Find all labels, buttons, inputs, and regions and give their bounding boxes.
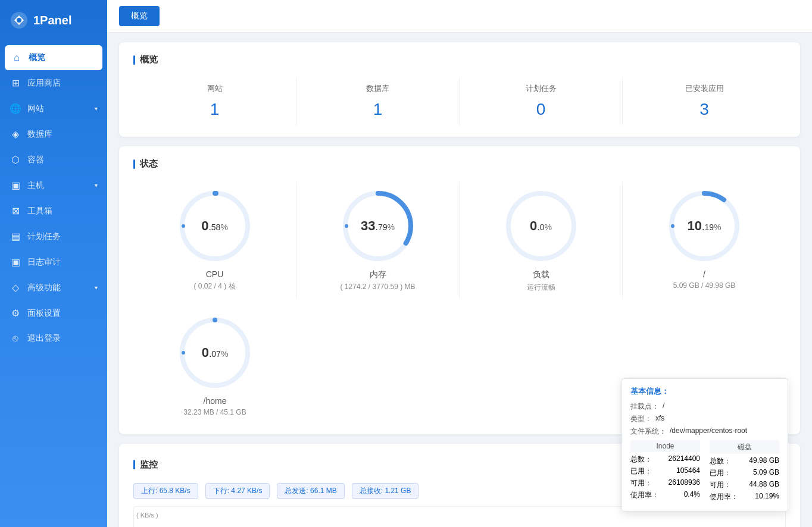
website-icon: 🌐 (10, 103, 21, 114)
tooltip-type: 类型： xfs (630, 414, 779, 424)
gauge-load-container: 0.0% (502, 187, 580, 265)
tooltip-type-value: xfs (655, 414, 664, 422)
container-icon: ⬡ (10, 154, 21, 165)
gauge-cpu: 0.58% CPU ( 0.02 / 4 ) 核 (133, 181, 296, 299)
content-area: 概览 网站 1 数据库 1 计划任务 0 已安装应用 3 (107, 33, 812, 527)
overview-stats: 网站 1 数据库 1 计划任务 0 已安装应用 3 (133, 77, 786, 125)
disk-avail: 可用： 44.88 GB (710, 480, 779, 490)
logaudit-icon: ▣ (10, 256, 21, 268)
sidebar-item-logaudit[interactable]: ▣ 日志审计 (0, 249, 107, 275)
sidebar-item-overview-label: 概览 (29, 52, 45, 63)
sidebar-item-container-label: 容器 (27, 155, 44, 165)
cpu-percent: % (220, 222, 227, 232)
home-icon: ⌂ (11, 52, 23, 63)
tooltip-cols: Inode 总数： 26214400 已用： 105464 可用： 261089… (630, 440, 779, 504)
gauge-load-name: 负载 (533, 269, 549, 280)
logo-icon (10, 11, 29, 30)
inode-total: 总数： 26214400 (630, 454, 700, 465)
sidebar-item-host[interactable]: ▣ 主机 ▾ (0, 172, 107, 198)
sidebar-item-panelsettings[interactable]: ⚙ 面板设置 (0, 300, 107, 326)
memory-value-main: 33 (361, 218, 375, 233)
stat-crontask-label: 计划任务 (466, 83, 616, 94)
gauge-disk-root-center: 10.19% (688, 218, 722, 234)
disk-rate-value: 10.19% (755, 492, 779, 502)
topbar-overview-tab[interactable]: 概览 (119, 6, 160, 26)
gauge-cpu-center: 0.58% (201, 218, 228, 234)
disk-avail-label: 可用： (710, 480, 731, 490)
sidebar-item-website-label: 网站 (27, 103, 44, 114)
gauge-disk-home-container: 0.07% (176, 314, 254, 391)
sidebar-item-appstore[interactable]: ⊞ 应用商店 (0, 70, 107, 96)
tooltip-mount: 挂载点： / (630, 401, 779, 412)
sidebar-item-toolbox[interactable]: ⊠ 工具箱 (0, 198, 107, 224)
load-value-decimal: 0 (540, 222, 545, 232)
overview-card: 概览 网站 1 数据库 1 计划任务 0 已安装应用 3 (119, 42, 800, 137)
tooltip-mount-label: 挂载点： (630, 401, 659, 412)
cpu-value-main: 0 (201, 218, 208, 233)
sidebar-item-database[interactable]: ◈ 数据库 (0, 121, 107, 147)
chevron-down-icon: ▾ (95, 105, 98, 112)
sidebar-item-logaudit-label: 日志审计 (27, 257, 61, 268)
load-value-main: 0 (530, 218, 537, 233)
monitor-chart-svg (139, 512, 780, 527)
monitor-stat-sent: 总发送: 66.1 MB (277, 483, 344, 499)
logout-icon: ⎋ (10, 333, 21, 344)
chevron-down-icon-adv: ▾ (95, 284, 98, 291)
gauge-load-center: 0.0% (530, 218, 552, 234)
logo-text: 1Panel (33, 14, 71, 27)
inode-rate-label: 使用率： (630, 490, 659, 500)
gauge-disk-home-name: /home (204, 396, 227, 406)
gauges-grid: 0.58% CPU ( 0.02 / 4 ) 核 (133, 181, 786, 299)
settings-icon: ⚙ (10, 308, 21, 319)
svg-point-1 (17, 18, 21, 23)
inode-rate-value: 0.4% (684, 490, 700, 500)
gauge-memory-center: 33.79% (361, 218, 395, 234)
load-percent: % (545, 222, 552, 232)
disk-total: 总数： 49.98 GB (710, 456, 779, 466)
sidebar-item-website[interactable]: 🌐 网站 ▾ (0, 96, 107, 121)
disk-avail-value: 44.88 GB (749, 480, 779, 490)
sidebar-item-overview[interactable]: ⌂ 概览 (5, 45, 102, 70)
disk-home-percent: % (221, 349, 228, 359)
disk-home-value-decimal: 07 (211, 349, 221, 359)
gauge-memory-name: 内存 (370, 269, 386, 280)
gauge-load-detail: 运行流畅 (527, 283, 555, 293)
crontask-icon: ▤ (10, 231, 21, 242)
gauge-disk-root-name: / (703, 269, 705, 279)
main-content: 概览 概览 网站 1 数据库 1 计划任务 0 已安装应用 (107, 0, 812, 527)
gauge-memory-detail: ( 1274.2 / 3770.59 ) MB (340, 283, 415, 291)
status-card: 状态 0.58% CPU ( 0.02 / (119, 146, 800, 434)
sidebar-item-container[interactable]: ⬡ 容器 (0, 147, 107, 172)
sidebar-item-logout[interactable]: ⎋ 退出登录 (0, 326, 107, 351)
sidebar-item-advanced[interactable]: ◇ 高级功能 ▾ (0, 275, 107, 300)
disk-total-value: 49.98 GB (749, 456, 779, 466)
database-icon: ◈ (10, 128, 21, 140)
sidebar-item-logout-label: 退出登录 (27, 333, 61, 344)
monitor-title: 监控 (133, 459, 158, 470)
stat-website: 网站 1 (133, 77, 296, 125)
disk-used-label: 已用： (710, 468, 731, 478)
tooltip-fs: 文件系统： /dev/mapper/centos-root (630, 426, 779, 437)
inode-total-label: 总数： (630, 454, 652, 465)
chart-y-label: ( KB/s ) (136, 512, 158, 519)
stat-database-label: 数据库 (302, 83, 453, 94)
inode-col: Inode 总数： 26214400 已用： 105464 可用： 261089… (630, 440, 700, 504)
sidebar-item-crontask[interactable]: ▤ 计划任务 (0, 224, 107, 249)
tooltip-fs-label: 文件系统： (630, 426, 666, 437)
svg-point-15 (182, 351, 185, 355)
chevron-down-icon-host: ▾ (95, 182, 98, 189)
monitor-stat-up: 上行: 65.8 KB/s (133, 483, 198, 499)
sidebar-nav: ⌂ 概览 ⊞ 应用商店 🌐 网站 ▾ ◈ 数据库 ⬡ 容器 ▣ 主机 ▾ ⊠ 工… (0, 40, 107, 527)
gauge-disk-root-container: 10.19% (666, 187, 743, 265)
sidebar: 1Panel ⌂ 概览 ⊞ 应用商店 🌐 网站 ▾ ◈ 数据库 ⬡ 容器 ▣ 主… (0, 0, 107, 527)
disk-col: 磁盘 总数： 49.98 GB 已用： 5.09 GB 可用： 44.88 GB (710, 440, 779, 504)
gauge-load: 0.0% 负载 运行流畅 (460, 181, 623, 299)
sidebar-item-host-label: 主机 (27, 180, 44, 191)
overview-title: 概览 (133, 54, 786, 65)
advanced-icon: ◇ (10, 282, 21, 293)
sidebar-item-crontask-label: 计划任务 (27, 231, 61, 242)
inode-used: 已用： 105464 (630, 466, 700, 476)
stat-database-value: 1 (302, 100, 453, 119)
inode-avail: 可用： 26108936 (630, 478, 700, 488)
inode-used-value: 105464 (676, 466, 700, 476)
